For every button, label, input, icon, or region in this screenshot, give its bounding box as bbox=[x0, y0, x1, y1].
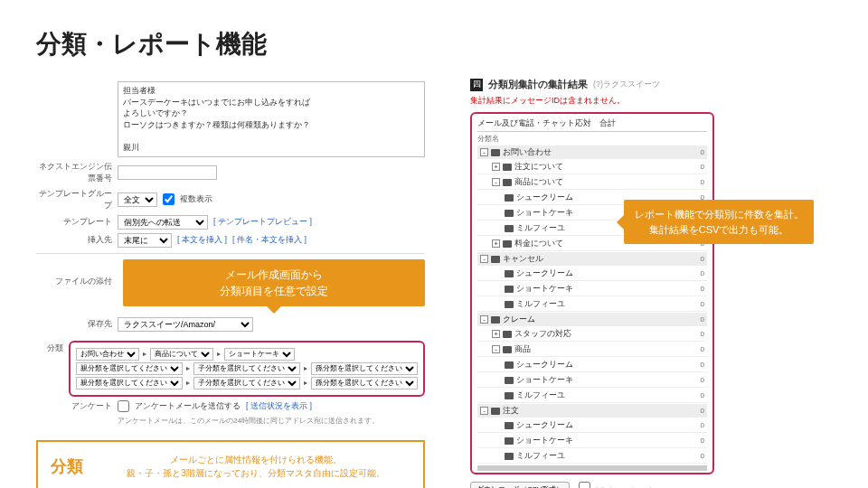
download-csv-button[interactable]: ダウンロード（CSV形式） bbox=[470, 482, 570, 488]
class-r1-parent[interactable]: お問い合わせ bbox=[76, 348, 139, 361]
tmplgroup-multi-check[interactable] bbox=[163, 193, 175, 205]
folder-icon bbox=[491, 256, 500, 263]
class-r3-child[interactable]: 子分類を選択してください bbox=[193, 377, 300, 389]
folder-icon bbox=[505, 377, 514, 384]
tree-row[interactable]: -お問い合わせ0 bbox=[477, 145, 707, 159]
tree-row[interactable]: -クレーム0 bbox=[477, 313, 707, 326]
tree-toggle-icon[interactable]: + bbox=[492, 330, 500, 338]
tree-row-label: ミルフィーユ bbox=[516, 222, 565, 234]
tree-row-count: 0 bbox=[701, 315, 704, 324]
tmplgroup-select[interactable]: 全文 bbox=[118, 192, 157, 207]
folder-icon bbox=[503, 164, 512, 171]
class-r2-parent[interactable]: 親分類を選択してください bbox=[76, 362, 183, 375]
callout-report-l1: レポート機能で分類別に件数を集計。 bbox=[633, 207, 805, 222]
tree-row[interactable]: ミルフィーユ0 bbox=[477, 297, 707, 312]
download-name-check[interactable] bbox=[579, 482, 590, 488]
tree-row[interactable]: -キャンセル0 bbox=[477, 252, 707, 266]
callout-compose-l2: 分類項目を任意で設定 bbox=[132, 283, 416, 299]
class-r3-parent[interactable]: 親分類を選択してください bbox=[76, 377, 183, 389]
tree-toggle-icon[interactable]: - bbox=[492, 345, 500, 353]
folder-icon bbox=[505, 270, 514, 277]
folder-icon bbox=[505, 361, 514, 369]
class-r2-grand[interactable]: 孫分類を選択してください bbox=[311, 362, 418, 375]
savefirst-select[interactable]: ラクススイーツ/Amazon/ bbox=[118, 317, 253, 332]
tree-row[interactable]: -商品0 bbox=[477, 343, 707, 357]
tree-row-count: 0 bbox=[701, 361, 704, 369]
folder-icon bbox=[505, 422, 514, 429]
tree-row[interactable]: ミルフィーユ0 bbox=[477, 449, 707, 464]
tree-row-count: 0 bbox=[701, 300, 704, 308]
folder-icon bbox=[505, 225, 514, 232]
tree-row-label: 注文 bbox=[503, 405, 519, 417]
body-textarea[interactable]: 担当者様 バースデーケーキはいつまでにお申し込みをすれば よろしいですか？ ロー… bbox=[118, 81, 425, 157]
tmplgroup-multi-label: 複数表示 bbox=[180, 193, 212, 205]
tree-row-count: 0 bbox=[701, 345, 704, 353]
insert-subjbody-link[interactable]: [ 件名・本文を挿入 ] bbox=[232, 234, 307, 246]
tree-row[interactable]: ショートケーキ0 bbox=[477, 282, 707, 296]
tree-row[interactable]: -商品について0 bbox=[477, 175, 707, 190]
tree-row-count: 0 bbox=[701, 376, 704, 384]
class-label: 分類 bbox=[36, 335, 63, 354]
folder-icon bbox=[503, 179, 512, 186]
tree-row[interactable]: +注文について0 bbox=[477, 160, 707, 174]
folder-icon bbox=[491, 316, 500, 324]
class-r3-grand[interactable]: 孫分類を選択してください bbox=[311, 377, 418, 389]
class-r2-child[interactable]: 子分類を選択してください bbox=[193, 362, 300, 375]
template-preview-link[interactable]: [ テンプレートプレビュー ] bbox=[213, 216, 312, 228]
tree-row[interactable]: シュークリーム0 bbox=[477, 267, 707, 281]
tree-row-count: 0 bbox=[701, 178, 704, 186]
folder-icon bbox=[505, 437, 514, 445]
folder-icon bbox=[505, 210, 514, 217]
tree-toggle-icon[interactable]: - bbox=[492, 178, 500, 186]
tree-toggle-icon[interactable]: + bbox=[492, 163, 500, 171]
class-r1-grand[interactable]: ショートケーキ bbox=[224, 348, 295, 361]
classification-explain: 分類 メールごとに属性情報を付けられる機能。 親・子・孫と3階層になっており、分… bbox=[36, 440, 425, 488]
insert-label: 挿入先 bbox=[36, 234, 112, 246]
tree-row-label: お問い合わせ bbox=[503, 146, 552, 158]
class-r1-child[interactable]: 商品について bbox=[150, 348, 213, 361]
tree-row-count: 0 bbox=[701, 330, 704, 338]
folder-icon bbox=[505, 301, 514, 308]
folder-icon bbox=[491, 149, 500, 156]
tree-row[interactable]: +スタッフの対応0 bbox=[477, 327, 707, 342]
tmplgroup-label: テンプレートグループ bbox=[36, 188, 112, 211]
nextengine-input[interactable] bbox=[118, 165, 217, 180]
tree-toggle-icon[interactable]: - bbox=[480, 315, 488, 324]
callout-compose: メール作成画面から 分類項目を任意で設定 bbox=[123, 259, 425, 306]
tree-row[interactable]: ミルフィーユ0 bbox=[477, 389, 707, 403]
file-label: ファイルの添付 bbox=[36, 259, 112, 287]
template-select[interactable]: 個別先への転送 bbox=[118, 215, 208, 230]
report-scrollbar[interactable] bbox=[477, 465, 707, 471]
folder-icon bbox=[503, 331, 512, 338]
tree-row[interactable]: シュークリーム0 bbox=[477, 358, 707, 372]
tree-row[interactable]: ショートケーキ0 bbox=[477, 434, 707, 448]
tree-row-count: 0 bbox=[701, 285, 704, 293]
tree-row[interactable]: ショートケーキ0 bbox=[477, 373, 707, 388]
insert-select[interactable]: 末尾に bbox=[118, 233, 172, 248]
survey-check[interactable] bbox=[118, 400, 129, 412]
tree-row-label: ショートケーキ bbox=[516, 374, 573, 386]
tree-toggle-icon[interactable]: - bbox=[480, 407, 488, 415]
tree-row-count: 0 bbox=[701, 407, 704, 415]
tree-toggle-icon[interactable]: - bbox=[480, 148, 488, 156]
tree-row-label: スタッフの対応 bbox=[514, 328, 571, 340]
insert-body-link[interactable]: [ 本文を挿入 ] bbox=[177, 234, 227, 246]
tree-row-label: クレーム bbox=[503, 314, 535, 325]
tree-toggle-icon[interactable]: - bbox=[480, 255, 488, 263]
tree-row-count: 0 bbox=[701, 436, 704, 445]
tree-row[interactable]: -注文0 bbox=[477, 404, 707, 418]
report-panel: 四 分類別集計の集計結果 (?)ラクススイーツ 集計結果にメッセージIDは含まれ… bbox=[470, 78, 805, 488]
report-logo-icon: 四 bbox=[470, 79, 483, 91]
tree-toggle-icon[interactable]: + bbox=[492, 239, 500, 248]
report-warn: 集計結果にメッセージIDは含まれません。 bbox=[470, 95, 805, 107]
tree-row[interactable]: シュークリーム0 bbox=[477, 418, 707, 433]
survey-status-link[interactable]: [ 送信状況を表示 ] bbox=[246, 400, 312, 412]
tree-row-label: 商品 bbox=[514, 343, 531, 355]
tree-row-count: 0 bbox=[701, 421, 704, 429]
callout-report-l2: 集計結果をCSVで出力も可能。 bbox=[633, 222, 805, 238]
tree-row-label: ショートケーキ bbox=[516, 435, 573, 446]
folder-icon bbox=[505, 453, 514, 460]
savefirst-label: 保存先 bbox=[36, 318, 112, 330]
folder-icon bbox=[505, 392, 514, 399]
folder-icon bbox=[505, 194, 514, 202]
